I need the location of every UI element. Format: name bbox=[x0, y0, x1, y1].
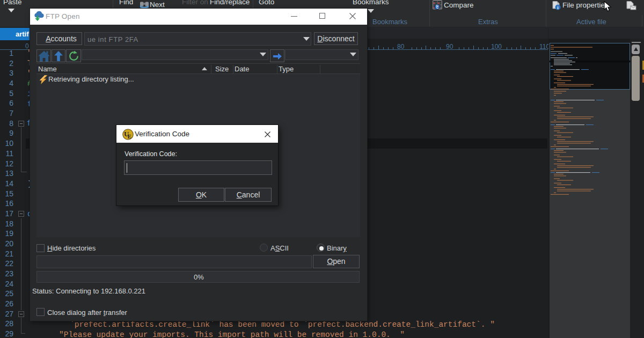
svg-text:C: C bbox=[436, 6, 438, 9]
svg-text:E: E bbox=[128, 133, 131, 139]
